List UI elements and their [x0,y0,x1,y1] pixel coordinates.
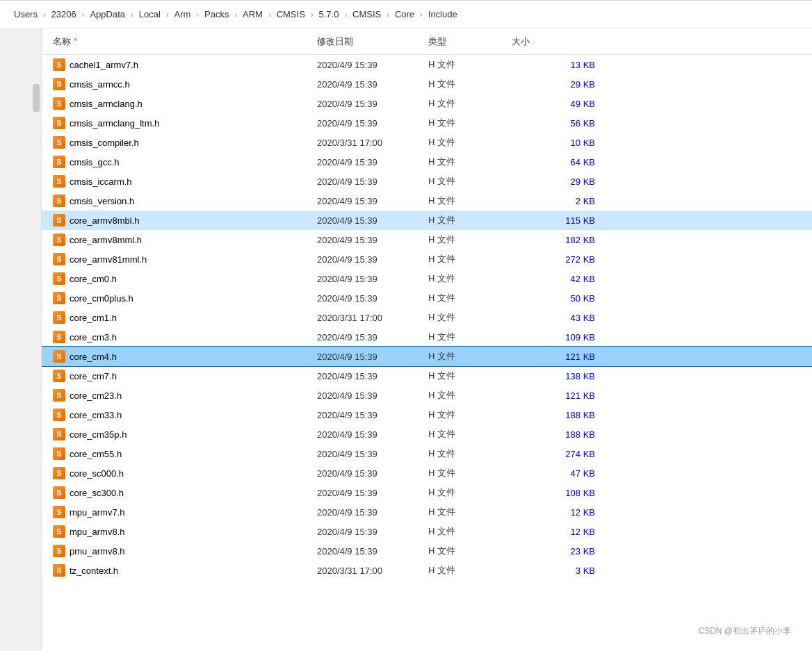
file-row[interactable]: S pmu_armv8.h 2020/4/9 15:39 H 文件 23 KB [42,541,812,561]
file-size: 188 KB [512,429,595,440]
col-header-size[interactable]: 大小 [512,35,595,48]
file-date: 2020/4/9 15:39 [317,293,428,304]
file-name: core_cm0plus.h [70,293,133,304]
file-icon: S [53,428,65,440]
sublime-text-icon: S [53,214,65,226]
file-name-cell: S cmsis_armclang_ltm.h [53,117,317,129]
sublime-text-icon: S [53,525,65,538]
breadcrumb-item-570[interactable]: 5.7.0 [316,8,341,21]
file-row[interactable]: S cachel1_armv7.h 2020/4/9 15:39 H 文件 13… [42,55,812,74]
file-icon: S [53,214,65,226]
file-date: 2020/4/9 15:39 [317,546,428,557]
breadcrumb-item-users[interactable]: Users [11,8,40,21]
breadcrumb-item-packs[interactable]: Packs [202,8,232,21]
col-name-label: 名称 [53,35,71,48]
col-header-date[interactable]: 修改日期 [317,35,428,48]
file-name: tz_context.h [70,566,118,576]
file-row[interactable]: S core_cm23.h 2020/4/9 15:39 H 文件 121 KB [42,386,812,405]
file-row[interactable]: S cmsis_armcc.h 2020/4/9 15:39 H 文件 29 K… [42,74,812,94]
file-name-cell: S cmsis_version.h [53,195,317,207]
file-row[interactable]: S mpu_armv7.h 2020/4/9 15:39 H 文件 12 KB [42,502,812,522]
file-date: 2020/4/9 15:39 [317,215,428,226]
file-icon: S [53,78,65,90]
file-row[interactable]: S core_sc300.h 2020/4/9 15:39 H 文件 108 K… [42,483,812,502]
main-content: 名称 ^ 修改日期 类型 大小 S cachel1 [0,28,812,651]
file-icon: S [53,233,65,246]
file-size: 23 KB [512,546,595,557]
file-size: 64 KB [512,157,595,167]
file-row[interactable]: S core_cm35p.h 2020/4/9 15:39 H 文件 188 K… [42,425,812,444]
col-header-name[interactable]: 名称 ^ [53,35,317,48]
file-date: 2020/4/9 15:39 [317,79,428,90]
breadcrumb-separator-10: › [419,10,424,19]
file-row[interactable]: S core_armv81mml.h 2020/4/9 15:39 H 文件 2… [42,249,812,269]
file-row[interactable]: S cmsis_compiler.h 2020/3/31 17:00 H 文件 … [42,133,812,152]
file-row[interactable]: S core_cm0.h 2020/4/9 15:39 H 文件 42 KB [42,269,812,288]
breadcrumb-item-cmsis2[interactable]: CMSIS [350,8,384,21]
file-row[interactable]: S cmsis_gcc.h 2020/4/9 15:39 H 文件 64 KB [42,152,812,172]
file-row[interactable]: S mpu_armv8.h 2020/4/9 15:39 H 文件 12 KB [42,522,812,541]
file-row[interactable]: S core_cm3.h 2020/4/9 15:39 H 文件 109 KB [42,327,812,347]
file-icon: S [53,175,65,188]
breadcrumb-item-arm2[interactable]: ARM [240,8,266,21]
file-row[interactable]: S core_cm4.h 2020/4/9 15:39 H 文件 121 KB [42,347,812,366]
file-row[interactable]: S core_cm0plus.h 2020/4/9 15:39 H 文件 50 … [42,288,812,308]
sublime-text-icon: S [53,292,65,304]
breadcrumb-item-cmsis1[interactable]: CMSIS [274,8,308,21]
file-row[interactable]: S core_cm7.h 2020/4/9 15:39 H 文件 138 KB [42,366,812,386]
file-row[interactable]: S core_armv8mbl.h 2020/4/9 15:39 H 文件 11… [42,211,812,230]
file-row[interactable]: S cmsis_iccarm.h 2020/4/9 15:39 H 文件 29 … [42,172,812,191]
sublime-text-icon: S [53,117,65,129]
file-date: 2020/4/9 15:39 [317,527,428,537]
file-size: 56 KB [512,118,595,129]
file-name-cell: S core_cm23.h [53,389,317,402]
file-row[interactable]: S tz_context.h 2020/3/31 17:00 H 文件 3 KB [42,561,812,580]
breadcrumb-separator-3: › [165,10,170,19]
file-list-area: 名称 ^ 修改日期 类型 大小 S cachel1 [42,28,812,651]
file-row[interactable]: S core_cm55.h 2020/4/9 15:39 H 文件 274 KB [42,444,812,463]
breadcrumb-separator-8: › [343,10,348,19]
file-name-cell: S core_cm55.h [53,447,317,460]
file-date: 2020/4/9 15:39 [317,429,428,440]
col-header-type[interactable]: 类型 [428,35,512,48]
file-row[interactable]: S core_armv8mml.h 2020/4/9 15:39 H 文件 18… [42,230,812,249]
file-name: core_cm3.h [70,332,117,343]
file-name-cell: S core_cm1.h [53,311,317,324]
sublime-text-icon: S [53,253,65,265]
file-explorer-window: Users › 23206 › AppData › Local › Arm › … [0,0,812,651]
file-name-cell: S mpu_armv8.h [53,525,317,538]
breadcrumb-item-include[interactable]: Include [425,8,460,21]
file-name: core_sc000.h [70,468,124,479]
file-row[interactable]: S core_sc000.h 2020/4/9 15:39 H 文件 47 KB [42,463,812,483]
file-row[interactable]: S cmsis_version.h 2020/4/9 15:39 H 文件 2 … [42,191,812,211]
file-type: H 文件 [428,389,512,402]
file-row[interactable]: S cmsis_armclang.h 2020/4/9 15:39 H 文件 4… [42,94,812,113]
file-type: H 文件 [428,292,512,304]
file-icon: S [53,253,65,265]
breadcrumb-item-core[interactable]: Core [392,8,417,21]
breadcrumb-item-23206[interactable]: 23206 [49,8,79,21]
file-name: core_armv81mml.h [70,254,147,265]
file-row[interactable]: S core_cm1.h 2020/3/31 17:00 H 文件 43 KB [42,308,812,327]
file-date: 2020/4/9 15:39 [317,176,428,187]
sublime-text-icon: S [53,545,65,557]
breadcrumb-item-local[interactable]: Local [136,8,163,21]
file-icon: S [53,545,65,557]
file-type: H 文件 [428,175,512,188]
file-name: cmsis_armclang_ltm.h [70,118,159,129]
left-panel [0,28,42,651]
scrollbar-thumb[interactable] [33,84,40,112]
file-date: 2020/4/9 15:39 [317,449,428,459]
file-size: 43 KB [512,313,595,323]
file-row[interactable]: S core_cm33.h 2020/4/9 15:39 H 文件 188 KB [42,405,812,425]
file-name-cell: S cmsis_gcc.h [53,156,317,168]
sublime-text-icon: S [53,564,65,577]
breadcrumb-item-arm[interactable]: Arm [171,8,193,21]
file-name-cell: S cmsis_iccarm.h [53,175,317,188]
file-size: 12 KB [512,507,595,518]
breadcrumb-item-appdata[interactable]: AppData [87,8,128,21]
file-type: H 文件 [428,253,512,265]
file-type: H 文件 [428,136,512,149]
sublime-text-icon: S [53,58,65,71]
file-row[interactable]: S cmsis_armclang_ltm.h 2020/4/9 15:39 H … [42,113,812,133]
